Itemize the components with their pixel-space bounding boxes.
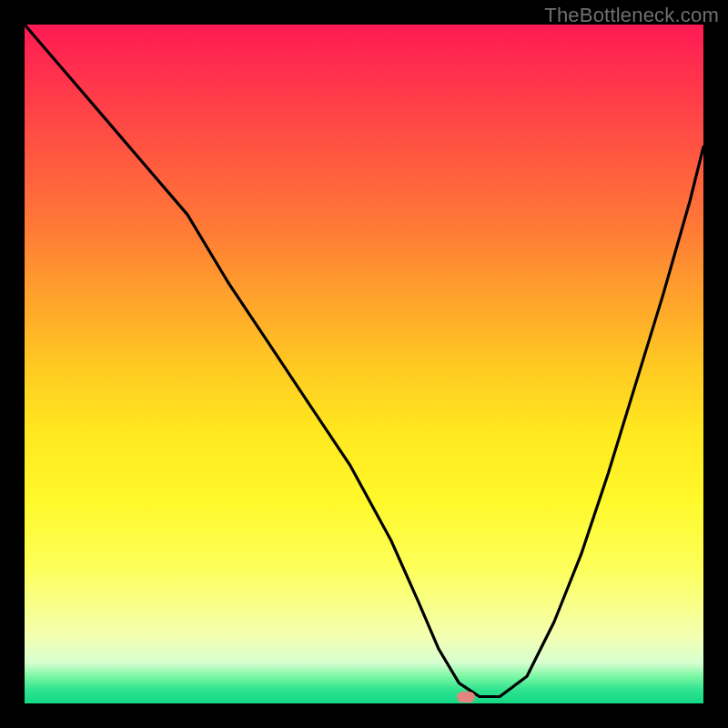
chart-frame: TheBottleneck.com: [0, 0, 728, 728]
watermark-text: TheBottleneck.com: [544, 4, 719, 27]
bottleneck-curve: [25, 25, 703, 697]
bottleneck-marker: [457, 692, 475, 703]
curve-svg: [25, 25, 703, 703]
plot-area: [25, 25, 703, 703]
